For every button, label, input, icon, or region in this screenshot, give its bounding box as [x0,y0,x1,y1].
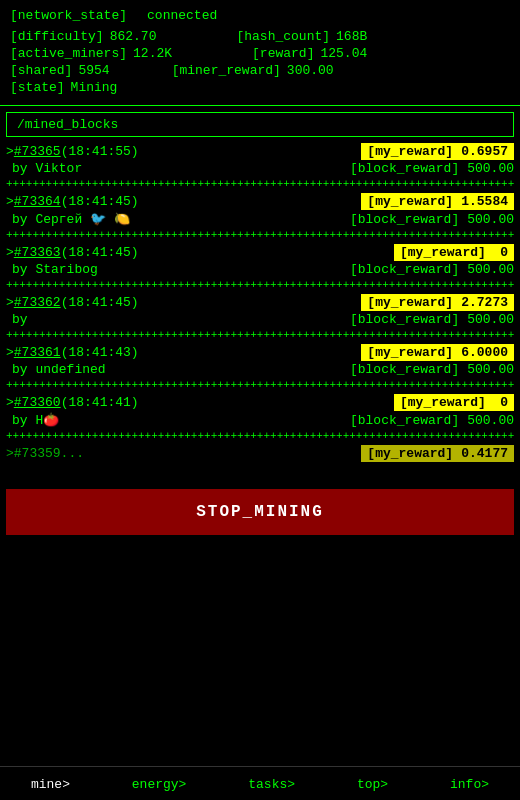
block-reward-3: [block_reward] 500.00 [350,262,514,277]
block-id-4[interactable]: >#73362(18:41:45) [6,295,139,310]
block-top-row-6: >#73360(18:41:41) [my_reward] 0 [6,394,514,411]
difficulty-hashcount-row: [difficulty] 862.70 [hash_count] 168B [10,29,510,44]
block-id-1[interactable]: >#73365(18:41:55) [6,144,139,159]
network-state-value: connected [147,8,217,23]
nav-info[interactable]: info> [450,777,489,792]
block-id-6[interactable]: >#73360(18:41:41) [6,395,139,410]
shared-value: 5954 [78,63,109,78]
block-entry-5: >#73361(18:41:43) [my_reward] 6.0000 by … [6,344,514,392]
reward-item: [reward] 125.04 [252,46,367,61]
my-reward-label-1: [my_reward] [367,144,453,159]
block-reward-1: [block_reward] 500.00 [350,161,514,176]
block-id-3[interactable]: >#73363(18:41:45) [6,245,139,260]
nav-top[interactable]: top> [357,777,388,792]
block-id-5[interactable]: >#73361(18:41:43) [6,345,139,360]
reward-value: 125.04 [320,46,367,61]
dashed-divider-5: ++++++++++++++++++++++++++++++++++++++++… [6,378,514,392]
difficulty-value: 862.70 [110,29,157,44]
dashed-divider-4: ++++++++++++++++++++++++++++++++++++++++… [6,328,514,342]
shared-miner-reward-row: [shared] 5954 [miner_reward] 300.00 [10,63,510,78]
network-state-row: [network_state] connected [10,8,510,23]
block-entry-2: >#73364(18:41:45) [my_reward] 1.5584 by … [6,193,514,242]
block-top-row-2: >#73364(18:41:45) [my_reward] 1.5584 [6,193,514,210]
block-top-row-4: >#73362(18:41:45) [my_reward] 2.7273 [6,294,514,311]
bottom-nav: mine> energy> tasks> top> info> [0,766,520,800]
by-text-2: by Сергей 🐦 🍋 [6,211,130,227]
my-reward-box-2: [my_reward] 1.5584 [361,193,514,210]
block-bottom-row-6: by H🍅 [block_reward] 500.00 [6,412,514,428]
state-value: Mining [71,80,118,95]
block-entry-3: >#73363(18:41:45) [my_reward] 0 by Stari… [6,244,514,292]
stop-mining-button[interactable]: STOP_MINING [6,489,514,535]
my-reward-value-2: 1.5584 [461,194,508,209]
my-reward-label-3: [my_reward] [400,245,486,260]
by-text-6: by H🍅 [6,412,59,428]
my-reward-label-4: [my_reward] [367,295,453,310]
shared-item: [shared] 5954 [10,63,110,78]
hash-count-value: 168B [336,29,367,44]
block-entry-4: >#73362(18:41:45) [my_reward] 2.7273 by … [6,294,514,342]
shared-label: [shared] [10,63,72,78]
my-reward-value-5: 6.0000 [461,345,508,360]
nav-energy[interactable]: energy> [132,777,187,792]
dashed-divider-6: ++++++++++++++++++++++++++++++++++++++++… [6,429,514,443]
block-reward-4: [block_reward] 500.00 [350,312,514,327]
block-reward-5: [block_reward] 500.00 [350,362,514,377]
state-item: [state] Mining [10,80,117,95]
dashed-divider-2: ++++++++++++++++++++++++++++++++++++++++… [6,228,514,242]
network-state-label: [network_state] [10,8,127,23]
my-reward-value-3: 0 [500,245,508,260]
miner-reward-item: [miner_reward] 300.00 [172,63,334,78]
state-label: [state] [10,80,65,95]
divider-top [0,105,520,106]
reward-label: [reward] [252,46,314,61]
by-text-5: by undefined [6,362,106,377]
my-reward-box-4: [my_reward] 2.7273 [361,294,514,311]
miner-reward-value: 300.00 [287,63,334,78]
nav-tasks[interactable]: tasks> [248,777,295,792]
difficulty-label: [difficulty] [10,29,104,44]
hash-count-label: [hash_count] [236,29,330,44]
block-entry-1: >#73365(18:41:55) [my_reward] 0.6957 by … [6,143,514,191]
by-text-4: by [6,312,28,327]
my-reward-label-6: [my_reward] [400,395,486,410]
block-bottom-row-4: by [block_reward] 500.00 [6,312,514,327]
my-reward-box-5: [my_reward] 6.0000 [361,344,514,361]
my-reward-value-4: 2.7273 [461,295,508,310]
block-top-row-5: >#73361(18:41:43) [my_reward] 6.0000 [6,344,514,361]
by-text-3: by Staribog [6,262,98,277]
mined-blocks-header: /mined_blocks [6,112,514,137]
by-text-1: by Viktor [6,161,82,176]
hash-count-item: [hash_count] 168B [236,29,367,44]
status-bar: [network_state] connected [difficulty] 8… [0,0,520,101]
block-bottom-row-3: by Staribog [block_reward] 500.00 [6,262,514,277]
dashed-divider-1: ++++++++++++++++++++++++++++++++++++++++… [6,177,514,191]
active-miners-item: [active_miners] 12.2K [10,46,172,61]
my-reward-box-6: [my_reward] 0 [394,394,514,411]
block-reward-6: [block_reward] 500.00 [350,413,514,428]
my-reward-value-6: 0 [500,395,508,410]
state-row: [state] Mining [10,80,510,95]
dashed-divider-3: ++++++++++++++++++++++++++++++++++++++++… [6,278,514,292]
active-miners-label: [active_miners] [10,46,127,61]
block-bottom-row-1: by Viktor [block_reward] 500.00 [6,161,514,176]
block-reward-2: [block_reward] 500.00 [350,212,514,227]
my-reward-label-5: [my_reward] [367,345,453,360]
block-entry-6: >#73360(18:41:41) [my_reward] 0 by H🍅 [b… [6,394,514,443]
nav-mine[interactable]: mine> [31,777,70,792]
difficulty-item: [difficulty] 862.70 [10,29,156,44]
my-reward-label-2: [my_reward] [367,194,453,209]
mined-blocks-section: /mined_blocks >#73365(18:41:55) [my_rewa… [6,112,514,481]
block-top-row-1: >#73365(18:41:55) [my_reward] 0.6957 [6,143,514,160]
partial-block: >#73359... [my_reward] 0.4177 [6,445,514,481]
block-id-2[interactable]: >#73364(18:41:45) [6,194,139,209]
block-top-row-3: >#73363(18:41:45) [my_reward] 0 [6,244,514,261]
mined-blocks-title: /mined_blocks [17,117,118,132]
my-reward-box-1: [my_reward] 0.6957 [361,143,514,160]
miner-reward-label: [miner_reward] [172,63,281,78]
active-miners-value: 12.2K [133,46,172,61]
my-reward-value-1: 0.6957 [461,144,508,159]
block-bottom-row-5: by undefined [block_reward] 500.00 [6,362,514,377]
block-bottom-row-2: by Сергей 🐦 🍋 [block_reward] 500.00 [6,211,514,227]
miners-reward-row: [active_miners] 12.2K [reward] 125.04 [10,46,510,61]
